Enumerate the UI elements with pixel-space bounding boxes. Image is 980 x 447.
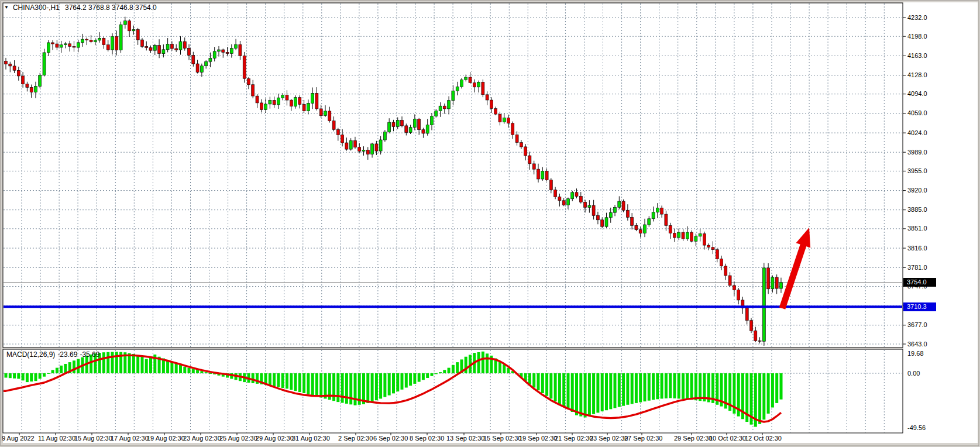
price-axis-label: 4232.0 [907,14,927,22]
price-axis-label: 3885.0 [907,206,927,214]
support-line-price-tag: 3710.3 [903,302,936,311]
time-axis-label: 8 Sep 02:30 [410,435,444,442]
time-axis-label: 23 Aug 02:30 [183,435,221,442]
current-price-tag: 3754.0 [903,278,936,287]
macd-axis-label: -49.56 [907,424,926,432]
time-axis-label: 15 Aug 02:30 [74,435,112,442]
price-axis-label: 3816.0 [907,245,927,252]
price-axis-label: 4094.0 [907,90,927,98]
price-axis-label: 3955.0 [907,167,927,175]
price-axis-label: 4024.0 [907,129,927,137]
chart-symbol-period: CHINA300-,H1 [13,4,60,12]
macd-signal-value: -35.69 [80,350,99,359]
macd-indicator-label: MACD(12,26,9)-23.69-35.69 [6,350,102,359]
chart-window: ▼CHINA300-,H13764.2 3768.8 3746.8 3754.0… [0,0,980,447]
chart-dropdown-icon[interactable]: ▼ [4,5,9,10]
time-axis-label: 15 Sep 02:30 [483,435,521,442]
price-axis-label: 3989.0 [907,149,927,156]
time-axis-label: 17 Aug 02:30 [111,435,149,442]
price-axis-label: 3677.0 [907,321,927,329]
price-axis-label: 3851.0 [907,225,927,232]
time-axis-label: 12 Oct 02:30 [745,435,782,442]
time-axis-label: 23 Sep 02:30 [590,435,628,442]
price-axis-label: 4059.0 [907,109,927,117]
time-axis-label: 13 Sep 02:30 [446,435,484,442]
time-axis-label: 29 Aug 02:30 [256,435,294,442]
chart-ohlc-values: 3764.2 3768.8 3746.8 3754.0 [65,4,157,12]
time-axis-label: 11 Aug 02:30 [38,435,75,442]
time-axis-label: 6 Sep 02:30 [373,435,408,442]
price-axis-label: 3781.0 [907,264,927,271]
price-axis-label: 4163.0 [907,52,927,60]
time-axis-label: 21 Sep 02:30 [555,435,593,442]
macd-axis-label: 19.68 [907,350,924,357]
time-axis-label: 27 Sep 02:30 [624,435,662,442]
price-axis-label: 3643.0 [907,341,927,348]
price-axis-label: 4128.0 [907,71,927,79]
macd-name: MACD(12,26,9) [6,350,55,359]
macd-axis-label: 0.00 [907,370,920,377]
price-axis-label: 3920.0 [907,187,927,194]
time-axis-label: 2 Sep 02:30 [338,435,373,442]
time-axis-label: 10 Oct 02:30 [709,435,746,442]
chart-title: ▼CHINA300-,H13764.2 3768.8 3746.8 3754.0 [4,4,157,12]
time-axis-label: 19 Sep 02:30 [519,435,557,442]
macd-main-value: -23.69 [57,350,77,359]
time-axis-label: 19 Aug 02:30 [147,435,185,442]
time-axis-label: 25 Aug 02:30 [219,435,257,442]
price-axis-label: 4198.0 [907,33,927,40]
time-axis-label: 29 Sep 02:30 [674,435,712,442]
chart-graphics[interactable] [0,0,980,447]
time-axis-label: 9 Aug 2022 [2,435,35,442]
time-axis-label: 31 Aug 02:30 [292,435,330,442]
